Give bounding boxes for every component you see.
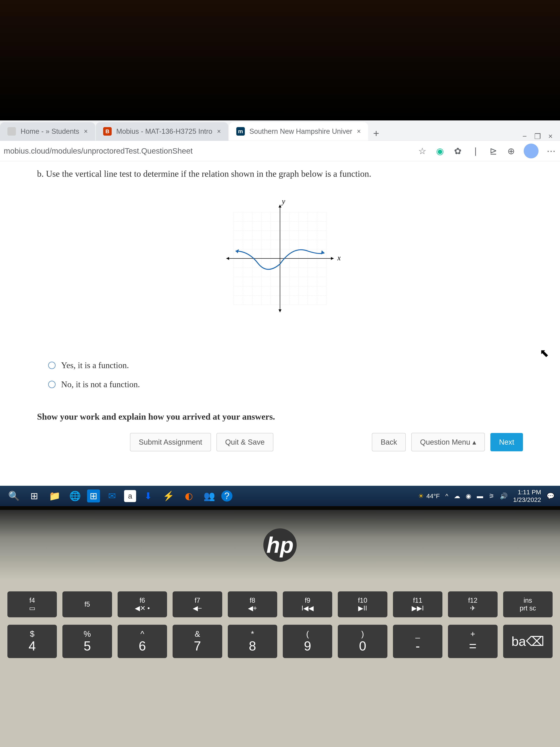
- favicon-icon: [7, 127, 16, 136]
- edge-icon[interactable]: 🌐: [67, 488, 83, 504]
- minimize-icon[interactable]: −: [523, 132, 527, 140]
- svg-marker-25: [278, 309, 282, 312]
- key-f8[interactable]: f8◀+: [228, 591, 277, 617]
- close-icon[interactable]: ×: [84, 127, 88, 135]
- app-icon[interactable]: ⊕: [506, 146, 516, 156]
- collections-icon[interactable]: ⊵: [488, 146, 499, 156]
- chevron-up-icon[interactable]: ^: [445, 492, 448, 500]
- key-f12[interactable]: f12✈: [448, 591, 498, 617]
- key-f5[interactable]: f5: [62, 591, 112, 617]
- maximize-icon[interactable]: ❐: [534, 132, 541, 140]
- sun-icon: ☀: [418, 492, 424, 500]
- key-f6[interactable]: f6◀✕ •: [117, 591, 167, 617]
- windows-taskbar: 🔍 ⊞ 📁 🌐 ⊞ ✉ a ⬇ ⚡ ◐ 👥 ? ☀ 44°F ^ ☁ ◉ ▬ ⚞: [0, 486, 560, 506]
- question-menu-button[interactable]: Question Menu: [411, 433, 485, 451]
- tab-label: Home - » Students: [21, 127, 79, 135]
- key--[interactable]: _-: [393, 625, 443, 658]
- close-icon[interactable]: ×: [217, 127, 221, 135]
- key-ba⌫[interactable]: ba⌫: [503, 625, 553, 658]
- app-icon-2[interactable]: ◐: [181, 488, 197, 504]
- question-text: b. Use the vertical line test to determi…: [37, 169, 523, 179]
- favorite-icon[interactable]: ☆: [417, 146, 427, 156]
- date-text: 1/23/2022: [513, 496, 541, 504]
- close-icon[interactable]: ×: [357, 127, 361, 135]
- radio-icon[interactable]: [48, 381, 56, 388]
- show-work-heading: Show your work and explain how you arriv…: [37, 411, 523, 422]
- option-yes[interactable]: Yes, it is a function.: [48, 360, 523, 370]
- address-bar: mobius.cloud/modules/unproctoredTest.Que…: [0, 141, 560, 161]
- notification-icon[interactable]: 💬: [547, 492, 555, 500]
- camera-area: [0, 0, 560, 121]
- browser-tab-bar: Home - » Students × B Mobius - MAT-136-H…: [0, 121, 560, 141]
- key-0[interactable]: )0: [338, 625, 387, 658]
- wifi-icon[interactable]: ⚞: [489, 492, 494, 500]
- avatar[interactable]: [524, 144, 538, 158]
- key-f11[interactable]: f11▶▶I: [393, 591, 443, 617]
- key-f7[interactable]: f7◀−: [172, 591, 222, 617]
- hp-logo: hp: [263, 529, 297, 562]
- answer-options: Yes, it is a function. No, it is not a f…: [48, 360, 523, 389]
- mail-icon[interactable]: ✉: [104, 488, 121, 504]
- favicon-icon: m: [236, 127, 245, 136]
- tab-mobius[interactable]: B Mobius - MAT-136-H3725 Intro ×: [96, 122, 228, 140]
- weather-temp: 44°F: [426, 492, 440, 500]
- cursor-icon: ⬉: [540, 346, 549, 360]
- favicon-icon: B: [103, 127, 112, 136]
- submit-button[interactable]: Submit Assignment: [130, 433, 211, 451]
- help-icon[interactable]: ?: [221, 490, 233, 501]
- key-7[interactable]: &7: [172, 625, 222, 658]
- url-text[interactable]: mobius.cloud/modules/unproctoredTest.Que…: [4, 147, 417, 155]
- volume-icon[interactable]: 🔊: [500, 492, 508, 500]
- tab-label: Southern New Hampshire Univer: [249, 127, 352, 135]
- battery-icon[interactable]: ▬: [477, 492, 483, 500]
- divider: |: [470, 146, 481, 156]
- svg-marker-24: [278, 205, 282, 207]
- key-6[interactable]: ^6: [117, 625, 167, 658]
- task-view-icon[interactable]: ⊞: [26, 488, 43, 504]
- key-ins[interactable]: insprt sc: [503, 591, 553, 617]
- option-no[interactable]: No, it is not a function.: [48, 380, 523, 389]
- key-=[interactable]: +=: [448, 625, 498, 658]
- key-5[interactable]: %5: [62, 625, 112, 658]
- app-icon[interactable]: ⚡: [160, 488, 177, 504]
- weather-widget[interactable]: ☀ 44°F: [418, 492, 440, 500]
- graph-container: y x: [37, 194, 523, 323]
- clock[interactable]: 1:11 PM 1/23/2022: [513, 488, 541, 504]
- back-button[interactable]: Back: [372, 433, 406, 451]
- time-text: 1:11 PM: [513, 488, 541, 496]
- svg-marker-23: [226, 257, 229, 260]
- tab-label: Mobius - MAT-136-H3725 Intro: [116, 127, 212, 135]
- option-label: Yes, it is a function.: [61, 360, 129, 370]
- page-content: b. Use the vertical line test to determi…: [0, 161, 560, 486]
- teams-icon[interactable]: 👥: [201, 488, 218, 504]
- key-4[interactable]: $4: [7, 625, 57, 658]
- store-icon[interactable]: ⊞: [87, 489, 100, 503]
- keyboard: f4▭f5f6◀✕ •f7◀−f8◀+f9I◀◀f10▶IIf11▶▶If12✈…: [0, 580, 560, 747]
- tab-home-students[interactable]: Home - » Students ×: [0, 122, 95, 140]
- more-icon[interactable]: ⋯: [546, 146, 556, 156]
- svg-marker-22: [331, 257, 334, 260]
- key-f4[interactable]: f4▭: [7, 591, 57, 617]
- key-8[interactable]: *8: [228, 625, 277, 658]
- new-tab-button[interactable]: +: [369, 126, 383, 140]
- y-axis-label: y: [281, 197, 285, 205]
- close-window-icon[interactable]: ×: [548, 132, 553, 140]
- grammarly-icon[interactable]: ◉: [435, 146, 445, 156]
- radio-icon[interactable]: [48, 362, 56, 369]
- key-9[interactable]: (9: [283, 625, 332, 658]
- tab-snhu[interactable]: m Southern New Hampshire Univer ×: [229, 122, 368, 140]
- quit-save-button[interactable]: Quit & Save: [216, 433, 273, 451]
- function-graph: y x: [215, 194, 345, 323]
- option-label: No, it is not a function.: [61, 380, 140, 389]
- dropbox-icon[interactable]: ⬇: [140, 488, 157, 504]
- file-explorer-icon[interactable]: 📁: [46, 488, 63, 504]
- laptop-hinge: hp: [0, 510, 560, 580]
- camera-tray-icon[interactable]: ◉: [466, 492, 471, 500]
- next-button[interactable]: Next: [490, 433, 523, 451]
- key-f10[interactable]: f10▶II: [338, 591, 387, 617]
- amazon-icon[interactable]: a: [124, 490, 136, 502]
- extensions-icon[interactable]: ✿: [453, 146, 463, 156]
- search-icon[interactable]: 🔍: [5, 488, 22, 504]
- onedrive-icon[interactable]: ☁: [454, 492, 460, 500]
- key-f9[interactable]: f9I◀◀: [283, 591, 332, 617]
